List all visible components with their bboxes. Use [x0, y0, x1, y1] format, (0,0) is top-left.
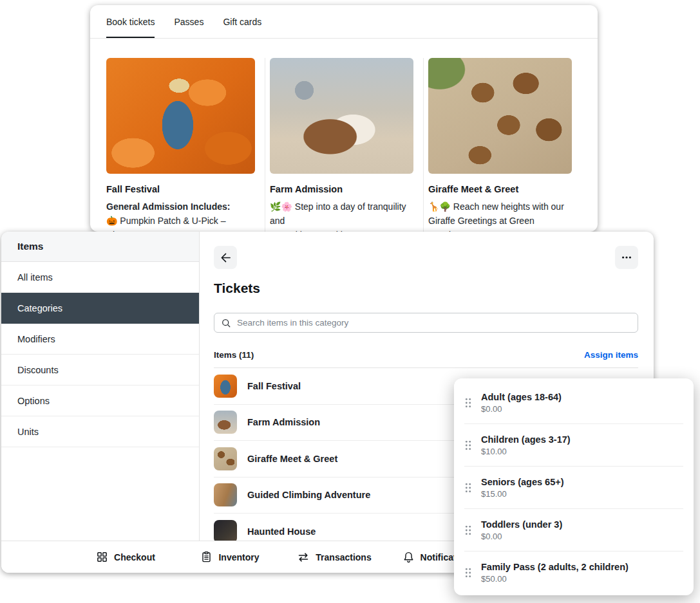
item-name: Fall Festival	[247, 381, 301, 391]
back-arrow-icon	[220, 252, 232, 264]
card-description-line1: 🦒🌳 Reach new heights with our	[428, 199, 572, 214]
variation-texts: Children (ages 3-17) $10.00	[481, 434, 571, 456]
variation-name: Toddlers (under 3)	[481, 519, 562, 530]
sidebar-item-options[interactable]: Options	[1, 385, 199, 416]
assign-items-link[interactable]: Assign items	[584, 350, 638, 360]
card-title: Fall Festival	[106, 184, 255, 194]
transfer-arrows-icon	[297, 551, 310, 564]
variation-price: $0.00	[481, 532, 562, 541]
variation-name: Adult (ages 18-64)	[481, 392, 562, 402]
sidebar-item-all-items[interactable]: All items	[1, 262, 199, 293]
goat-thumb	[214, 411, 237, 434]
variation-name: Children (ages 3-17)	[481, 434, 571, 445]
card-description-line2: 🎃 Pumpkin Patch & U-Pick – Choose…	[106, 214, 255, 232]
sidebar-item-categories[interactable]: Categories	[1, 293, 199, 324]
drag-handle-icon[interactable]	[465, 440, 471, 450]
goat-at-fence-photo	[270, 58, 413, 174]
drag-handle-icon[interactable]	[465, 568, 471, 578]
variation-texts: Family Pass (2 adults, 2 children) $50.0…	[481, 562, 629, 584]
more-options-button[interactable]	[615, 246, 638, 269]
list-header: Items (11) Assign items	[214, 350, 638, 360]
tab-passes[interactable]: Passes	[174, 5, 203, 38]
variation-row-seniors[interactable]: Seniors (ages 65+) $15.00	[454, 467, 694, 508]
variation-price: $0.00	[481, 404, 562, 414]
product-card-farm-admission[interactable]: Farm Admission 🌿🌸 Step into a day of tra…	[265, 58, 418, 232]
variation-row-children[interactable]: Children (ages 3-17) $10.00	[454, 424, 694, 466]
card-title: Farm Admission	[270, 184, 413, 194]
variation-name: Family Pass (2 adults, 2 children)	[481, 562, 629, 572]
dark-house-thumb	[214, 520, 237, 541]
product-cards-row: Fall Festival General Admission Includes…	[90, 39, 598, 232]
tab-book-tickets[interactable]: Book tickets	[106, 5, 155, 38]
variation-row-family-pass[interactable]: Family Pass (2 adults, 2 children) $50.0…	[454, 552, 694, 593]
booking-tabs-bar: Book tickets Passes Gift cards	[90, 5, 598, 39]
card-description: 🌿🌸 Step into a day of tranquility and na…	[270, 199, 413, 232]
pumpkin-patch-girl-photo	[106, 58, 255, 174]
sidebar-item-modifiers[interactable]: Modifiers	[1, 324, 199, 355]
variation-price: $15.00	[481, 489, 564, 499]
drag-handle-icon[interactable]	[465, 398, 471, 408]
item-name: Haunted House	[247, 526, 316, 537]
giraffe-closeup-photo	[428, 58, 572, 174]
clipboard-icon	[200, 551, 213, 563]
variation-price: $50.00	[481, 574, 629, 584]
pumpkin-patch-thumb	[214, 375, 237, 398]
item-name: Giraffe Meet & Greet	[247, 454, 337, 464]
grid-icon	[96, 551, 108, 563]
sidebar-item-units[interactable]: Units	[1, 416, 199, 447]
giraffe-thumb	[214, 447, 237, 470]
card-description-line2: Giraffe Greetings at Green Meadows…	[428, 214, 572, 232]
variation-texts: Adult (ages 18-64) $0.00	[481, 392, 562, 414]
category-search-box[interactable]	[214, 313, 638, 333]
product-card-giraffe-meet-greet[interactable]: Giraffe Meet & Greet 🦒🌳 Reach new height…	[423, 58, 576, 232]
item-name: Farm Admission	[247, 417, 320, 427]
card-description: General Admission Includes: 🎃 Pumpkin Pa…	[106, 199, 255, 232]
nav-label: Transactions	[316, 552, 371, 562]
nav-item-inventory[interactable]: Inventory	[178, 551, 282, 563]
nav-label: Inventory	[218, 552, 259, 562]
variation-row-toddlers[interactable]: Toddlers (under 3) $0.00	[454, 509, 694, 551]
variations-panel: Adult (ages 18-64) $0.00 Children (ages …	[454, 378, 694, 595]
card-description: 🦒🌳 Reach new heights with our Giraffe Gr…	[428, 199, 572, 232]
screenshot-canvas: Book tickets Passes Gift cards Fall Fest…	[0, 0, 700, 603]
tab-gift-cards[interactable]: Gift cards	[223, 5, 261, 38]
back-button[interactable]	[214, 246, 237, 269]
nav-label: Checkout	[114, 552, 155, 562]
variation-texts: Toddlers (under 3) $0.00	[481, 519, 562, 541]
card-description-line1: 🌿🌸 Step into a day of tranquility and	[270, 199, 413, 228]
variation-price: $10.00	[481, 447, 571, 456]
panel-header	[214, 246, 638, 269]
card-description-line1: General Admission Includes:	[106, 199, 255, 214]
drag-handle-icon[interactable]	[465, 483, 471, 493]
ellipsis-icon	[621, 252, 632, 263]
variation-name: Seniors (ages 65+)	[481, 477, 564, 487]
items-count-label: Items (11)	[214, 350, 254, 360]
sidebar-item-discounts[interactable]: Discounts	[1, 355, 199, 385]
product-card-fall-festival[interactable]: Fall Festival General Admission Includes…	[106, 58, 260, 232]
nav-item-transactions[interactable]: Transactions	[282, 551, 386, 564]
search-icon	[221, 318, 231, 328]
bell-icon	[402, 551, 415, 563]
variation-texts: Seniors (ages 65+) $15.00	[481, 477, 564, 499]
nav-item-checkout[interactable]: Checkout	[73, 551, 178, 563]
variation-row-adult[interactable]: Adult (ages 18-64) $0.00	[454, 382, 694, 423]
drag-handle-icon[interactable]	[465, 525, 471, 535]
sidebar-title: Items	[1, 232, 199, 262]
item-name: Guided Climbing Adventure	[247, 490, 370, 500]
page-title: Tickets	[214, 281, 638, 296]
booking-window: Book tickets Passes Gift cards Fall Fest…	[90, 5, 598, 232]
items-sidebar: Items All items Categories Modifiers Dis…	[1, 232, 200, 541]
search-input[interactable]	[237, 318, 631, 328]
cliff-thumb	[214, 483, 237, 506]
card-title: Giraffe Meet & Greet	[428, 184, 572, 194]
